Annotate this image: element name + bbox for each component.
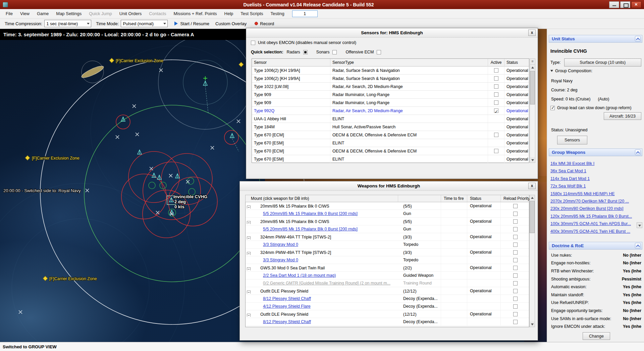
sensor-row[interactable]: Type 992Q Radar, Air Search, 2D Medium-R…	[252, 107, 529, 115]
weapon-row[interactable]: 4/12 Plessey Shield Flare Decoy (Expenda…	[246, 303, 529, 310]
time-compression-select[interactable]: 1 sec (real-time)	[44, 20, 91, 27]
contact-x-icon[interactable]	[211, 146, 214, 149]
group-weapon-link[interactable]: 400x 30mm/75 GCM-A01 Twin HE Burst ...	[550, 228, 636, 235]
menu-item[interactable]: Quick Jump	[85, 11, 116, 16]
reference-point-icon[interactable]	[43, 276, 48, 281]
menu-item[interactable]: Map Settings	[52, 11, 85, 16]
contact-x-icon[interactable]	[132, 104, 136, 108]
sensor-row[interactable]: Type 909 Radar Illuminator, Long-Range O…	[252, 99, 529, 107]
weapon-row[interactable]: 20mm/85 Mk 15 Phalanx Blk 0 CIWS (5/5) O…	[246, 202, 529, 210]
group-weapon-link[interactable]: 2070x 20mm/70 Oerlikon Mk7 Burst [20 ...	[550, 198, 636, 205]
unit-icon[interactable]	[203, 81, 208, 85]
reload-priority-checkbox[interactable]	[513, 304, 518, 309]
weapon-name[interactable]: 20mm/85 Mk 15 Phalanx Blk 0 CIWS	[260, 204, 329, 209]
sensors-scrollbar[interactable]	[530, 58, 535, 163]
scrollbar-menu-icon[interactable]	[530, 59, 535, 64]
change-doctrine-button[interactable]: Change	[583, 332, 610, 340]
weapon-row[interactable]: 2/2 Sea Dart Mod 1 (18 on mount mag) Gui…	[246, 272, 529, 279]
reload-priority-checkbox[interactable]	[513, 204, 518, 208]
contact-x-icon[interactable]	[169, 174, 172, 177]
weapon-name[interactable]: 8/12 Plessey Shield Chaff	[263, 296, 311, 301]
scroll-down-icon[interactable]	[530, 157, 535, 163]
group-weapon-link[interactable]: 16x MM.38 Exocet Blk I	[550, 160, 636, 167]
group-lead-checkbox[interactable]	[550, 106, 555, 110]
emcon-checkbox[interactable]	[251, 41, 255, 45]
weapon-row[interactable]: 324mm PMW-49A TT Triple [STWS-2] (3/3) O…	[246, 249, 529, 256]
collapse-icon[interactable]	[247, 267, 251, 270]
weapon-row[interactable]: 324mm PMW-49A TT Triple [STWS-2] (3/3) O…	[246, 233, 529, 241]
sensor-active-checkbox[interactable]	[494, 92, 498, 97]
weapons-scrollbar[interactable]	[529, 195, 535, 327]
menu-item[interactable]: View	[16, 11, 33, 16]
weapon-name[interactable]: 324mm PMW-49A TT Triple [STWS-2]	[260, 235, 331, 239]
sensor-row[interactable]: Type 670 [ECM] OECM & DECM, Offensive & …	[252, 147, 529, 155]
weapon-name[interactable]: Outfit DLE Plessey Shield	[260, 289, 308, 294]
sensor-row[interactable]: Type 184M Hull Sonar, Active/Passive Sea…	[252, 123, 529, 131]
collapse-icon[interactable]	[247, 291, 251, 294]
collapse-icon[interactable]	[247, 252, 251, 255]
reload-priority-checkbox[interactable]	[513, 227, 518, 231]
weapon-name[interactable]: 3/3 Stingray Mod 0	[263, 258, 298, 262]
sensor-active-checkbox[interactable]	[494, 133, 498, 137]
unit-icon[interactable]	[230, 133, 234, 138]
reference-point-icon[interactable]	[25, 156, 30, 160]
weapon-name[interactable]: 5/5 20mm/85 Mk 15 Phalanx Blk 0 Burst [2…	[263, 227, 358, 231]
contact-x-icon[interactable]	[136, 133, 139, 136]
contact-x-icon[interactable]	[86, 189, 89, 192]
sensor-active-checkbox[interactable]	[494, 108, 498, 113]
weapon-name[interactable]: 0/2 Generic GMTR [Guided Missile Trainin…	[263, 281, 390, 286]
weapon-name[interactable]: GWS.30 Mod 0 Sea Dart Twin Rail	[260, 266, 325, 270]
reload-priority-checkbox[interactable]	[513, 212, 518, 216]
weapon-name[interactable]: 3/3 Stingray Mod 0	[263, 242, 298, 247]
group-weapon-link[interactable]: 72x Sea Wolf Blk 1	[550, 182, 636, 190]
weapon-row[interactable]: Outfit DLE Plessey Shield (12/12) Operat…	[246, 287, 529, 295]
contact-x-icon[interactable]	[156, 211, 159, 214]
group-composition-toggle[interactable]: Group Composition:	[550, 69, 592, 73]
contact-x-icon[interactable]	[19, 310, 22, 314]
close-icon[interactable]	[528, 183, 536, 189]
weapon-name[interactable]: Outfit DLE Plessey Shield	[260, 312, 308, 317]
group-weapon-link[interactable]: 100x 30mm/75 GCM-A01 Twin APDS Bur...	[550, 220, 636, 227]
sensor-row[interactable]: UAA-1 Abbey Hill ELINT Operational	[252, 115, 529, 123]
sensors-button[interactable]: Sensors	[557, 136, 587, 144]
reload-priority-checkbox[interactable]	[513, 273, 518, 278]
weapon-name[interactable]: 4/12 Plessey Shield Flare	[263, 304, 311, 309]
weapon-row[interactable]: 0/2 Generic GMTR [Guided Missile Trainin…	[246, 279, 529, 287]
unit-icon[interactable]	[152, 173, 156, 177]
sensor-active-checkbox[interactable]	[494, 68, 498, 73]
time-mode-select[interactable]: Pulsed (normal)	[121, 20, 168, 27]
close-icon[interactable]	[528, 30, 536, 36]
weapon-row[interactable]: 20mm/85 Mk 15 Phalanx Blk 0 CIWS (5/5) O…	[246, 218, 529, 225]
collapse-icon[interactable]	[247, 206, 251, 209]
scroll-down-icon[interactable]	[637, 222, 642, 228]
menu-item[interactable]: Game	[33, 11, 52, 16]
scrollbar-thumb[interactable]	[530, 71, 535, 104]
sensor-row[interactable]: Type 909 Radar Illuminator, Long-Range O…	[252, 91, 529, 99]
scroll-down-icon[interactable]	[530, 321, 535, 327]
weapons-dialog-titlebar[interactable]: Weapons for HMS Edinburgh	[240, 181, 538, 191]
weapon-row[interactable]: 3/3 Stingray Mod 0 Torpedo	[246, 256, 529, 264]
sensor-row[interactable]: Type 1022 [LW.08] Radar, Air Search, 2D …	[252, 83, 529, 91]
weapon-name[interactable]: 324mm PMW-49A TT Triple [STWS-2]	[260, 250, 331, 255]
sensors-dialog-titlebar[interactable]: Sensors for: HMS Edinburgh	[246, 28, 538, 38]
group-weapon-link[interactable]: 120x 20mm/85 Mk 15 Phalanx Blk 0 Burst..…	[550, 213, 636, 220]
weapon-name[interactable]: 2/2 Sea Dart Mod 1 (18 on mount mag)	[263, 273, 336, 278]
reload-priority-checkbox[interactable]	[513, 250, 518, 255]
reload-priority-checkbox[interactable]	[513, 219, 518, 224]
start-resume-button[interactable]: Start / Resume	[180, 21, 209, 26]
menu-item[interactable]: Help	[221, 11, 237, 16]
sensor-row[interactable]: Type 670 [ESM] ELINT Operational	[252, 155, 529, 163]
weapon-row[interactable]: 5/5 20mm/85 Mk 15 Phalanx Blk 0 Burst [2…	[246, 210, 529, 218]
contact-x-icon[interactable]	[150, 167, 153, 170]
quick-selection-checkbox[interactable]	[303, 50, 308, 54]
group-weapon-link[interactable]: 1580x 114mm/55 Mk8 HE(MP) HE	[550, 190, 636, 198]
contact-x-icon[interactable]	[237, 120, 240, 123]
close-icon[interactable]	[631, 1, 641, 8]
scrollbar-thumb[interactable]	[530, 201, 535, 233]
minimize-icon[interactable]	[609, 1, 619, 8]
reload-priority-checkbox[interactable]	[513, 289, 518, 293]
quick-selection-checkbox[interactable]	[332, 50, 337, 54]
scroll-up-icon[interactable]	[530, 195, 535, 201]
collapse-section-icon[interactable]	[635, 149, 641, 155]
reference-cross-icon[interactable]	[203, 76, 207, 80]
